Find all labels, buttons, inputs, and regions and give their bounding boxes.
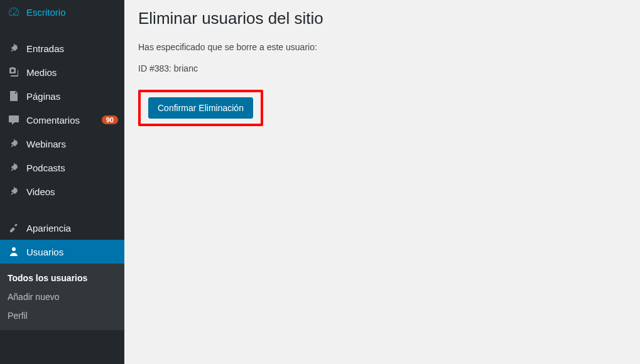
user-icon bbox=[8, 245, 20, 258]
comment-icon bbox=[8, 114, 20, 126]
user-info: ID #383: brianc bbox=[138, 63, 626, 73]
users-submenu: Todos los usuarios Añadir nuevo Perfil bbox=[0, 264, 124, 330]
sidebar-item-label: Usuarios bbox=[26, 247, 118, 257]
appearance-icon bbox=[8, 222, 20, 234]
pin-icon bbox=[8, 185, 20, 198]
main-content: Eliminar usuarios del sitio Has especifi… bbox=[124, 0, 640, 364]
page-title: Eliminar usuarios del sitio bbox=[138, 9, 626, 28]
submenu-item-perfil[interactable]: Perfil bbox=[0, 306, 124, 325]
submenu-item-todos[interactable]: Todos los usuarios bbox=[0, 269, 124, 287]
sidebar-item-comentarios[interactable]: Comentarios 90 bbox=[0, 108, 124, 132]
sidebar-item-label: Comentarios bbox=[26, 115, 99, 126]
sidebar-item-label: Escritorio bbox=[26, 7, 118, 18]
sidebar-item-label: Entradas bbox=[26, 43, 118, 54]
comments-count-badge: 90 bbox=[102, 115, 118, 124]
pin-icon bbox=[8, 42, 20, 55]
dashboard-icon bbox=[8, 6, 20, 18]
sidebar-item-podcasts[interactable]: Podcasts bbox=[0, 156, 124, 179]
confirm-delete-button[interactable]: Confirmar Eliminación bbox=[148, 97, 253, 119]
sidebar-item-webinars[interactable]: Webinars bbox=[0, 132, 124, 156]
admin-sidebar: Escritorio Entradas Medios Páginas Comen… bbox=[0, 0, 124, 364]
sidebar-item-label: Webinars bbox=[26, 139, 118, 149]
sidebar-item-label: Videos bbox=[26, 186, 118, 197]
sidebar-item-label: Medios bbox=[26, 67, 118, 78]
sidebar-item-label: Páginas bbox=[26, 91, 118, 102]
pin-icon bbox=[8, 137, 20, 150]
sidebar-item-usuarios[interactable]: Usuarios bbox=[0, 240, 124, 264]
media-icon bbox=[8, 66, 20, 78]
sidebar-item-label: Apariencia bbox=[26, 223, 118, 233]
sidebar-item-apariencia[interactable]: Apariencia bbox=[0, 216, 124, 240]
sidebar-item-videos[interactable]: Videos bbox=[0, 179, 124, 203]
sidebar-item-medios[interactable]: Medios bbox=[0, 60, 124, 84]
delete-description: Has especificado que se borre a este usu… bbox=[138, 42, 626, 52]
page-icon bbox=[8, 90, 20, 102]
sidebar-item-paginas[interactable]: Páginas bbox=[0, 84, 124, 108]
sidebar-item-label: Podcasts bbox=[26, 163, 118, 173]
sidebar-item-escritorio[interactable]: Escritorio bbox=[0, 0, 124, 24]
confirm-highlight-box: Confirmar Eliminación bbox=[138, 90, 263, 126]
submenu-item-anadir[interactable]: Añadir nuevo bbox=[0, 287, 124, 306]
pin-icon bbox=[8, 161, 20, 174]
sidebar-item-entradas[interactable]: Entradas bbox=[0, 36, 124, 60]
